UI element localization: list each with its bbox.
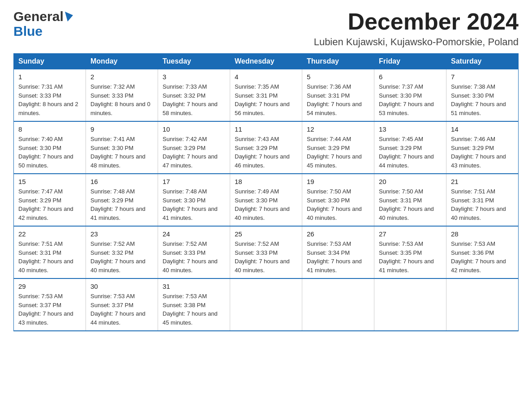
calendar-day-cell: 7 Sunrise: 7:38 AMSunset: 3:30 PMDayligh… bbox=[446, 69, 519, 122]
day-number: 14 bbox=[451, 125, 514, 133]
header-monday: Monday bbox=[86, 54, 158, 69]
day-number: 9 bbox=[90, 125, 153, 133]
day-info: Sunrise: 7:50 AMSunset: 3:31 PMDaylight:… bbox=[379, 187, 442, 222]
weekday-header-row: Sunday Monday Tuesday Wednesday Thursday… bbox=[14, 54, 519, 69]
day-number: 23 bbox=[90, 230, 153, 238]
day-info: Sunrise: 7:37 AMSunset: 3:30 PMDaylight:… bbox=[379, 82, 442, 117]
day-info: Sunrise: 7:31 AMSunset: 3:33 PMDaylight:… bbox=[18, 82, 81, 117]
day-info: Sunrise: 7:38 AMSunset: 3:30 PMDaylight:… bbox=[451, 82, 514, 117]
day-number: 6 bbox=[379, 73, 442, 81]
calendar-day-cell: 6 Sunrise: 7:37 AMSunset: 3:30 PMDayligh… bbox=[374, 69, 446, 122]
header-saturday: Saturday bbox=[446, 54, 519, 69]
calendar-day-cell bbox=[446, 278, 519, 331]
month-title: December 2024 bbox=[314, 9, 519, 34]
calendar-day-cell: 14 Sunrise: 7:46 AMSunset: 3:29 PMDaylig… bbox=[446, 121, 519, 174]
day-info: Sunrise: 7:51 AMSunset: 3:31 PMDaylight:… bbox=[451, 187, 514, 222]
calendar-day-cell: 2 Sunrise: 7:32 AMSunset: 3:33 PMDayligh… bbox=[86, 69, 158, 122]
day-number: 17 bbox=[163, 178, 225, 185]
day-info: Sunrise: 7:53 AMSunset: 3:37 PMDaylight:… bbox=[18, 292, 81, 327]
day-number: 22 bbox=[18, 230, 81, 238]
day-info: Sunrise: 7:53 AMSunset: 3:37 PMDaylight:… bbox=[90, 292, 153, 327]
calendar-week-row: 8 Sunrise: 7:40 AMSunset: 3:30 PMDayligh… bbox=[14, 121, 519, 174]
calendar-day-cell: 20 Sunrise: 7:50 AMSunset: 3:31 PMDaylig… bbox=[374, 174, 446, 226]
day-info: Sunrise: 7:48 AMSunset: 3:29 PMDaylight:… bbox=[90, 187, 153, 222]
day-info: Sunrise: 7:42 AMSunset: 3:29 PMDaylight:… bbox=[163, 135, 225, 170]
day-info: Sunrise: 7:36 AMSunset: 3:31 PMDaylight:… bbox=[307, 82, 369, 117]
day-info: Sunrise: 7:52 AMSunset: 3:33 PMDaylight:… bbox=[163, 240, 225, 274]
day-number: 12 bbox=[307, 125, 369, 133]
day-info: Sunrise: 7:52 AMSunset: 3:33 PMDaylight:… bbox=[235, 240, 297, 274]
day-info: Sunrise: 7:52 AMSunset: 3:32 PMDaylight:… bbox=[90, 240, 153, 274]
day-number: 18 bbox=[235, 178, 297, 185]
calendar-day-cell: 4 Sunrise: 7:35 AMSunset: 3:31 PMDayligh… bbox=[230, 69, 302, 122]
calendar-day-cell: 27 Sunrise: 7:53 AMSunset: 3:35 PMDaylig… bbox=[374, 226, 446, 278]
day-number: 31 bbox=[163, 283, 225, 290]
day-info: Sunrise: 7:53 AMSunset: 3:34 PMDaylight:… bbox=[307, 240, 369, 274]
calendar-day-cell: 1 Sunrise: 7:31 AMSunset: 3:33 PMDayligh… bbox=[14, 69, 86, 122]
calendar-day-cell: 18 Sunrise: 7:49 AMSunset: 3:30 PMDaylig… bbox=[230, 174, 302, 226]
header-sunday: Sunday bbox=[14, 54, 86, 69]
calendar-day-cell: 17 Sunrise: 7:48 AMSunset: 3:30 PMDaylig… bbox=[158, 174, 230, 226]
calendar-day-cell: 30 Sunrise: 7:53 AMSunset: 3:37 PMDaylig… bbox=[86, 278, 158, 331]
calendar-week-row: 29 Sunrise: 7:53 AMSunset: 3:37 PMDaylig… bbox=[14, 278, 519, 331]
calendar-day-cell: 19 Sunrise: 7:50 AMSunset: 3:30 PMDaylig… bbox=[302, 174, 374, 226]
calendar-day-cell: 25 Sunrise: 7:52 AMSunset: 3:33 PMDaylig… bbox=[230, 226, 302, 278]
header-thursday: Thursday bbox=[302, 54, 374, 69]
day-info: Sunrise: 7:40 AMSunset: 3:30 PMDaylight:… bbox=[18, 135, 81, 170]
calendar-day-cell: 24 Sunrise: 7:52 AMSunset: 3:33 PMDaylig… bbox=[158, 226, 230, 278]
header-friday: Friday bbox=[374, 54, 446, 69]
calendar-table: Sunday Monday Tuesday Wednesday Thursday… bbox=[13, 53, 519, 331]
calendar-day-cell: 22 Sunrise: 7:51 AMSunset: 3:31 PMDaylig… bbox=[14, 226, 86, 278]
day-number: 29 bbox=[18, 283, 81, 290]
header-tuesday: Tuesday bbox=[158, 54, 230, 69]
day-number: 10 bbox=[163, 125, 225, 133]
day-info: Sunrise: 7:45 AMSunset: 3:29 PMDaylight:… bbox=[379, 135, 442, 170]
day-number: 15 bbox=[18, 178, 81, 185]
day-info: Sunrise: 7:32 AMSunset: 3:33 PMDaylight:… bbox=[90, 82, 153, 117]
calendar-day-cell: 5 Sunrise: 7:36 AMSunset: 3:31 PMDayligh… bbox=[302, 69, 374, 122]
calendar-day-cell: 11 Sunrise: 7:43 AMSunset: 3:29 PMDaylig… bbox=[230, 121, 302, 174]
calendar-week-row: 15 Sunrise: 7:47 AMSunset: 3:29 PMDaylig… bbox=[14, 174, 519, 226]
day-number: 16 bbox=[90, 178, 153, 185]
calendar-body: 1 Sunrise: 7:31 AMSunset: 3:33 PMDayligh… bbox=[14, 69, 519, 331]
day-info: Sunrise: 7:43 AMSunset: 3:29 PMDaylight:… bbox=[235, 135, 297, 170]
calendar-week-row: 1 Sunrise: 7:31 AMSunset: 3:33 PMDayligh… bbox=[14, 69, 519, 122]
calendar-day-cell: 28 Sunrise: 7:53 AMSunset: 3:36 PMDaylig… bbox=[446, 226, 519, 278]
calendar-day-cell bbox=[230, 278, 302, 331]
logo: General Blue bbox=[13, 9, 73, 39]
svg-marker-0 bbox=[65, 12, 73, 21]
logo-general-text: General bbox=[13, 9, 64, 24]
day-info: Sunrise: 7:41 AMSunset: 3:30 PMDaylight:… bbox=[90, 135, 153, 170]
calendar-day-cell bbox=[302, 278, 374, 331]
day-info: Sunrise: 7:48 AMSunset: 3:30 PMDaylight:… bbox=[163, 187, 225, 222]
day-info: Sunrise: 7:53 AMSunset: 3:36 PMDaylight:… bbox=[451, 240, 514, 274]
day-info: Sunrise: 7:47 AMSunset: 3:29 PMDaylight:… bbox=[18, 187, 81, 222]
day-info: Sunrise: 7:49 AMSunset: 3:30 PMDaylight:… bbox=[235, 187, 297, 222]
calendar-week-row: 22 Sunrise: 7:51 AMSunset: 3:31 PMDaylig… bbox=[14, 226, 519, 278]
logo-triangle-icon bbox=[65, 12, 73, 21]
calendar-day-cell: 31 Sunrise: 7:53 AMSunset: 3:38 PMDaylig… bbox=[158, 278, 230, 331]
title-block: December 2024 Lubien Kujawski, Kujawsko-… bbox=[314, 9, 519, 48]
header-wednesday: Wednesday bbox=[230, 54, 302, 69]
calendar-day-cell: 16 Sunrise: 7:48 AMSunset: 3:29 PMDaylig… bbox=[86, 174, 158, 226]
calendar-day-cell: 29 Sunrise: 7:53 AMSunset: 3:37 PMDaylig… bbox=[14, 278, 86, 331]
calendar-day-cell: 21 Sunrise: 7:51 AMSunset: 3:31 PMDaylig… bbox=[446, 174, 519, 226]
day-number: 24 bbox=[163, 230, 225, 238]
day-info: Sunrise: 7:33 AMSunset: 3:32 PMDaylight:… bbox=[163, 82, 225, 117]
day-info: Sunrise: 7:53 AMSunset: 3:38 PMDaylight:… bbox=[163, 292, 225, 327]
day-number: 30 bbox=[90, 283, 153, 290]
day-number: 5 bbox=[307, 73, 369, 81]
day-info: Sunrise: 7:44 AMSunset: 3:29 PMDaylight:… bbox=[307, 135, 369, 170]
day-number: 19 bbox=[307, 178, 369, 185]
day-number: 13 bbox=[379, 125, 442, 133]
day-number: 2 bbox=[90, 73, 153, 81]
day-number: 20 bbox=[379, 178, 442, 185]
day-info: Sunrise: 7:35 AMSunset: 3:31 PMDaylight:… bbox=[235, 82, 297, 117]
day-number: 27 bbox=[379, 230, 442, 238]
calendar-day-cell: 10 Sunrise: 7:42 AMSunset: 3:29 PMDaylig… bbox=[158, 121, 230, 174]
day-number: 1 bbox=[18, 73, 81, 81]
day-info: Sunrise: 7:50 AMSunset: 3:30 PMDaylight:… bbox=[307, 187, 369, 222]
day-number: 11 bbox=[235, 125, 297, 133]
calendar-day-cell: 8 Sunrise: 7:40 AMSunset: 3:30 PMDayligh… bbox=[14, 121, 86, 174]
logo-blue-text: Blue bbox=[13, 24, 73, 39]
